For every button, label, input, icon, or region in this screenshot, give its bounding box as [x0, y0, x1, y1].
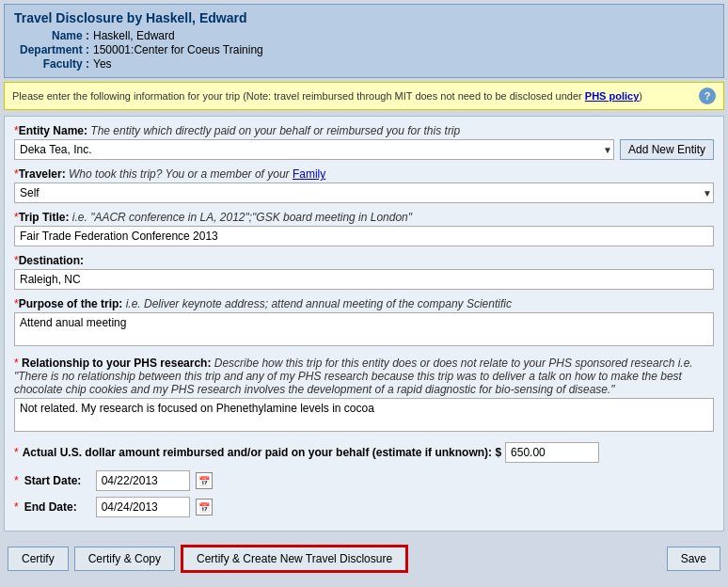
- traveler-select[interactable]: Self: [14, 182, 714, 203]
- amount-input[interactable]: [505, 442, 599, 463]
- trip-title-label: *Trip Title: i.e. "AACR conference in LA…: [14, 211, 714, 224]
- certify-create-button[interactable]: Certify & Create New Travel Disclosure: [181, 545, 408, 573]
- entity-name-select-wrapper: Deka Tea, Inc. ▼: [14, 139, 614, 160]
- amount-row: * Actual U.S. dollar amount reimbursed a…: [14, 442, 714, 463]
- start-date-input[interactable]: [96, 470, 190, 491]
- page-title: Travel Disclosure by Haskell, Edward: [14, 10, 714, 25]
- destination-label: *Destination:: [14, 254, 714, 267]
- certify-copy-button[interactable]: Certify & Copy: [74, 547, 175, 571]
- end-date-row: * End Date: 📅: [14, 497, 714, 517]
- phs-policy-link[interactable]: PHS policy: [585, 90, 639, 102]
- dept-label: Department :: [14, 43, 89, 56]
- purpose-label: *Purpose of the trip: i.e. Deliver keyno…: [14, 297, 714, 310]
- relationship-textarea[interactable]: Not related. My research is focused on P…: [14, 398, 714, 432]
- destination-input[interactable]: Raleigh, NC: [14, 269, 714, 290]
- destination-row: *Destination: Raleigh, NC: [14, 254, 714, 290]
- amount-label-row: * Actual U.S. dollar amount reimbursed a…: [14, 442, 714, 463]
- certify-button[interactable]: Certify: [8, 547, 69, 571]
- save-button[interactable]: Save: [667, 547, 720, 571]
- relationship-label: * Relationship to your PHS research: Des…: [14, 357, 714, 396]
- button-bar: Certify Certify & Copy Certify & Create …: [4, 539, 724, 579]
- help-icon[interactable]: ?: [699, 87, 716, 104]
- form-section: *Entity Name: The entity which directly …: [4, 116, 724, 531]
- traveler-input-row: Self ▼: [14, 182, 714, 203]
- entity-name-row: *Entity Name: The entity which directly …: [14, 124, 714, 160]
- purpose-textarea[interactable]: Attend anual meeting: [14, 312, 714, 346]
- traveler-label: *Traveler: Who took this trip? You or a …: [14, 167, 714, 181]
- traveler-row: *Traveler: Who took this trip? You or a …: [14, 167, 714, 203]
- notice-bar: Please enter the following information f…: [4, 82, 724, 110]
- header-section: Travel Disclosure by Haskell, Edward Nam…: [4, 4, 724, 78]
- entity-name-select[interactable]: Deka Tea, Inc.: [14, 139, 614, 160]
- name-label: Name :: [14, 29, 89, 42]
- end-date-input[interactable]: [96, 497, 190, 517]
- start-date-row: * Start Date: 📅: [14, 470, 714, 491]
- trip-title-row: *Trip Title: i.e. "AACR conference in LA…: [14, 211, 714, 246]
- name-row: Name : Haskell, Edward: [14, 29, 714, 42]
- dept-row: Department : 150001:Center for Coeus Tra…: [14, 43, 714, 56]
- faculty-label: Faculty :: [14, 57, 89, 71]
- start-date-calendar-icon[interactable]: 📅: [196, 472, 213, 489]
- dept-value: 150001:Center for Coeus Training: [93, 43, 263, 56]
- purpose-row: *Purpose of the trip: i.e. Deliver keyno…: [14, 297, 714, 349]
- entity-name-input-row: Deka Tea, Inc. ▼ Add New Entity: [14, 139, 714, 160]
- trip-title-input[interactable]: Fair Trade Federation Conference 2013: [14, 226, 714, 246]
- notice-text: Please enter the following information f…: [12, 90, 642, 102]
- relationship-row: * Relationship to your PHS research: Des…: [14, 357, 714, 435]
- add-entity-button[interactable]: Add New Entity: [620, 139, 714, 160]
- entity-name-label: *Entity Name: The entity which directly …: [14, 124, 714, 137]
- end-date-label: End Date:: [24, 500, 90, 514]
- name-value: Haskell, Edward: [93, 29, 175, 42]
- faculty-value: Yes: [93, 57, 112, 71]
- faculty-row: Faculty : Yes: [14, 57, 714, 71]
- traveler-select-wrapper: Self ▼: [14, 182, 714, 203]
- end-date-calendar-icon[interactable]: 📅: [196, 499, 213, 516]
- start-date-label: Start Date:: [24, 474, 90, 487]
- family-link[interactable]: Family: [293, 167, 325, 181]
